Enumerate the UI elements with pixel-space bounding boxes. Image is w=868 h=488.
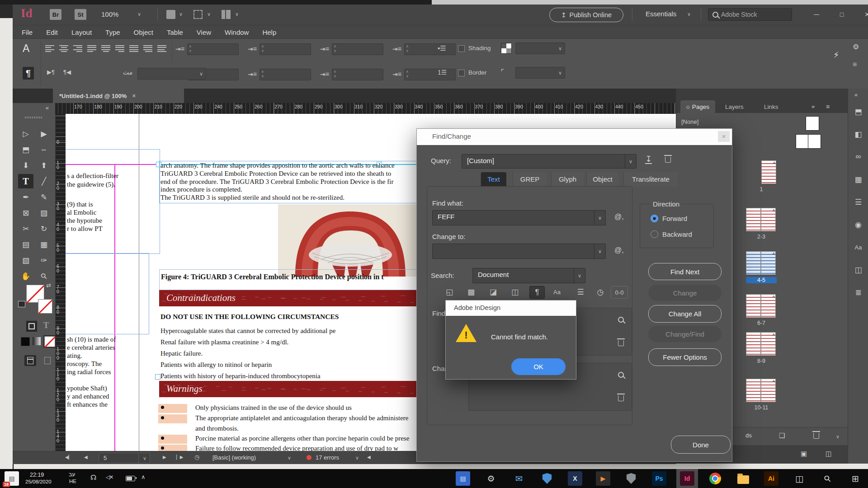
alert-ok-button[interactable]: OK [511,358,566,375]
notification-app-icon[interactable]: ▤ 18 [5,471,19,486]
find-next-button[interactable]: Find Next [648,263,722,280]
page-thumbnail[interactable] [746,332,761,356]
para-direction-ltr-icon[interactable]: ▶¶ [47,69,55,75]
change-button[interactable]: Change [648,285,722,301]
digits-type-dropdown[interactable]: ∨ [137,68,206,80]
change-to-input[interactable]: ∨ [432,244,606,259]
maximize-button[interactable]: □ [830,8,854,21]
pages-panel-icon[interactable]: ⬒ [848,105,868,118]
bulleted-list-icon[interactable]: •☰ [438,44,446,52]
view-options-chevron-icon[interactable]: ∨ [179,11,183,17]
tab-layers[interactable]: Layers [719,100,750,113]
menu-item[interactable]: Help [262,28,276,36]
border-style-dropdown[interactable]: ∨ [515,67,565,79]
save-query-icon[interactable]: ↧ [645,155,652,164]
align-icon-6[interactable] [129,45,138,52]
menu-item[interactable]: Object [134,28,153,36]
links-panel-icon[interactable]: ∞ [848,150,868,164]
align-icon-3[interactable] [87,45,96,52]
tray-expand-icon[interactable]: ∧ [141,474,146,480]
find-what-special-chars-button[interactable]: @, [614,213,624,221]
pencil-tool[interactable]: ✎ [36,190,52,204]
default-fill-stroke-icon[interactable] [18,301,25,307]
width-sensitivity-icon[interactable]: 0-0 [611,286,628,299]
fc-tab-glyph[interactable]: Glyph [551,172,584,186]
direction-forward-label[interactable]: Forward [662,215,687,222]
cp-menu-icon[interactable]: ≡ [853,61,857,69]
note-tool[interactable]: ▧ [18,253,33,267]
delete-page-icon[interactable] [813,433,819,439]
include-locked-stories-icon[interactable]: ▩ [465,286,477,298]
find-format-clear-icon[interactable] [618,340,624,346]
illustrator-icon[interactable]: Ai [764,471,778,486]
quick-apply-bolt-icon[interactable]: ⚡ [833,50,839,60]
security-shield-icon[interactable] [624,471,638,486]
menu-item[interactable]: View [197,28,211,36]
indent-field-1[interactable]: ∧ ∨ [259,43,311,55]
type-tool[interactable]: T [18,174,33,188]
align-icon-4[interactable] [101,45,110,52]
page-label[interactable]: 10-11 [746,404,777,411]
include-hidden-layers-icon[interactable]: ◪ [487,286,499,298]
bridge-button[interactable]: Br [50,9,61,20]
arrange-documents-icon[interactable] [222,10,231,19]
taskbar-search-icon[interactable]: ⚲ [817,468,837,488]
page-thumbnail[interactable]: A [761,379,776,402]
content-collector-tool[interactable]: ⬇ [18,158,33,173]
fc-close-button[interactable]: ✕ [718,131,730,142]
tab-pages[interactable]: ◇Pages [680,100,715,113]
character-formatting-toggle[interactable]: A [23,42,29,55]
line-tool[interactable]: ╱ [36,174,52,188]
align-icon-0[interactable] [45,45,54,52]
numbered-list-icon[interactable]: 1☰ [438,69,447,76]
new-spread-icon[interactable]: ❏ [779,432,785,440]
minimize-button[interactable]: — [805,8,828,21]
fc-tab-grep[interactable]: GREP [513,172,547,186]
page-label[interactable]: 4-5 [746,277,777,283]
next-page-button[interactable]: ▶ [163,455,166,460]
page-label[interactable]: 8-9 [746,358,777,364]
find-format-specify-icon[interactable] [618,317,624,323]
frame-tool[interactable]: ⊠ [18,206,33,220]
align-icon-1[interactable] [59,45,68,52]
arrange-documents-chevron-icon[interactable]: ∨ [235,11,239,17]
include-footnotes-icon[interactable]: ¶ [529,286,545,299]
apply-none-button[interactable] [44,336,55,347]
language-indicator-code[interactable]: HE [69,479,76,484]
zoom-level-chevron-icon[interactable]: ∨ [137,11,141,17]
character-styles-panel-icon[interactable]: Aa [848,240,868,254]
align-icon-2[interactable] [73,45,82,52]
preflight-profile[interactable]: [Basic] (working) [212,454,256,461]
page-thumbnail[interactable] [746,208,761,231]
find-what-input[interactable]: FEFF ∨ [432,210,606,225]
pages-alt-panel-icon[interactable]: ◫ [848,263,868,277]
menu-item[interactable]: File [22,28,33,36]
align-icon-8[interactable] [157,45,166,52]
preflight-clock-icon[interactable]: ◷ [194,454,199,460]
prev-page-button[interactable]: ◀ [84,455,88,460]
align-icon-5[interactable] [115,45,124,52]
case-sensitive-icon[interactable]: Aa [551,286,563,298]
shading-checkbox[interactable] [458,45,465,52]
include-locked-layers-icon[interactable]: ◱ [443,286,455,298]
page-thumbnail[interactable]: A [761,160,776,184]
screen-mode-chevron-icon[interactable]: ∨ [207,11,211,17]
error-count[interactable]: 17 errors [316,454,339,461]
hscroll-left-arrow[interactable]: ◀ [367,455,371,460]
page-thumbnail[interactable] [746,379,761,402]
para-direction-rtl-icon[interactable]: ¶◀ [63,69,71,75]
menu-item[interactable]: Window [225,28,249,36]
panel-menu-icon[interactable]: ≡ [826,103,830,110]
menu-item[interactable]: Layout [71,28,92,36]
x-app-icon[interactable]: X [568,471,582,486]
blue-app-icon[interactable]: ▤ [456,471,470,486]
direction-backward-radio[interactable] [651,230,658,238]
rectangle-tool[interactable]: ▨ [36,206,52,220]
page-number-dropdown[interactable]: 5 ∨ [99,453,150,463]
dock-footer-icon-b[interactable]: ◫ [826,450,832,458]
language-indicator-native[interactable]: עב [69,471,75,478]
direction-forward-radio[interactable] [651,215,658,222]
stroke-swatch-none[interactable] [38,299,52,314]
audio-device-icon[interactable]: ☊ [90,474,96,482]
spacing-field-3[interactable]: ∧ ∨ [404,69,456,80]
